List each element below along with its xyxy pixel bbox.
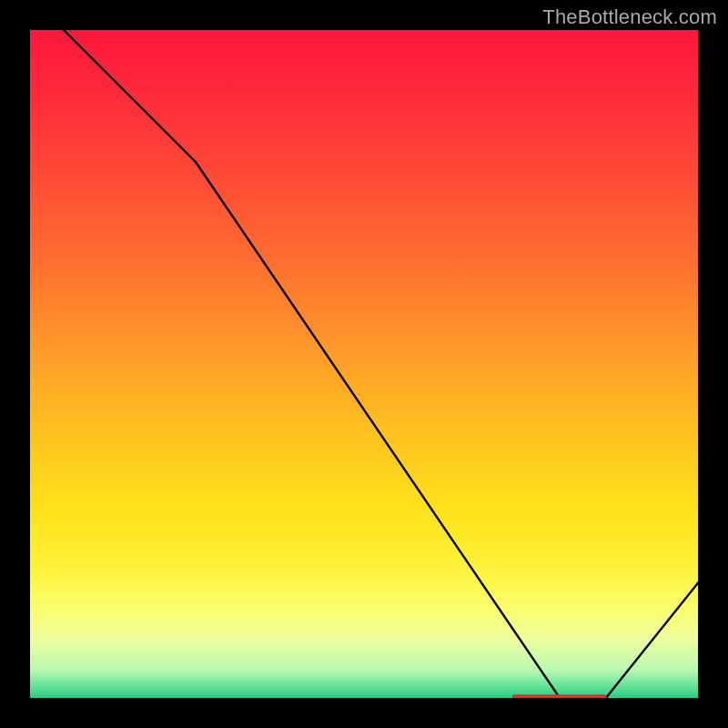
gradient-panel: [27, 27, 701, 701]
chart-frame: TheBottleneck.com: [0, 0, 728, 728]
chart-svg: [27, 27, 701, 701]
watermark-label: TheBottleneck.com: [542, 5, 717, 29]
plot-area: [27, 27, 701, 701]
